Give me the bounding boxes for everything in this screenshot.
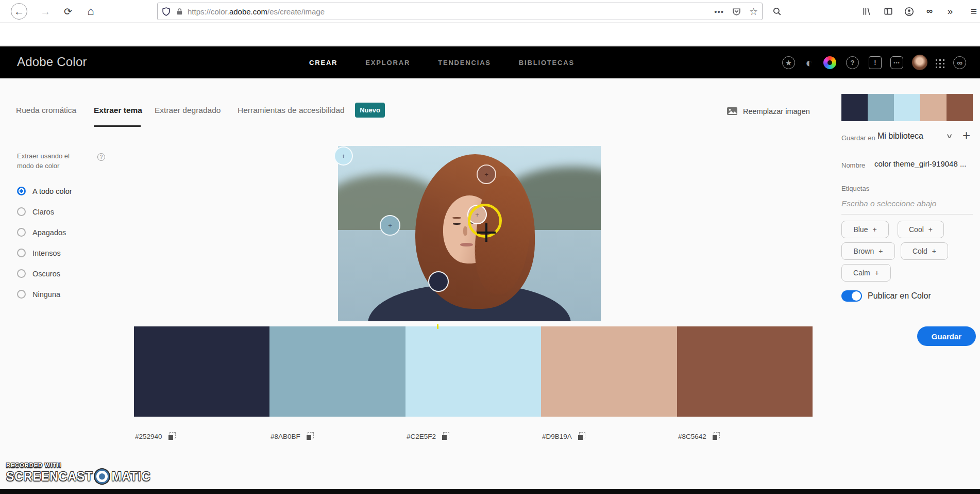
adobe-color-logo[interactable]: Adobe Color	[17, 55, 87, 69]
radio-ninguna[interactable]: Ninguna	[17, 290, 60, 299]
favorites-star-icon[interactable]: ★	[782, 56, 795, 69]
mini-swatch	[868, 94, 894, 121]
tracking-shield-icon[interactable]	[162, 7, 171, 16]
add-library-button[interactable]: +	[962, 127, 970, 143]
tag-chip-cold[interactable]: Cold+	[901, 242, 948, 260]
search-icon[interactable]	[769, 3, 785, 20]
tag-chip-brown[interactable]: Brown+	[841, 242, 895, 260]
color-handle-tan[interactable]: +	[467, 205, 487, 224]
mode-help-icon[interactable]: ?	[97, 153, 105, 161]
tag-chip-calm[interactable]: Calm+	[841, 264, 891, 282]
color-handle-brown[interactable]: +	[477, 164, 496, 184]
radio[interactable]	[17, 290, 26, 299]
hex-value-row: #8C5642	[678, 432, 720, 440]
hex-value-row: #8AB0BF	[271, 432, 314, 440]
nav-tendencias[interactable]: TENDENCIAS	[438, 59, 491, 67]
mini-swatch	[920, 94, 947, 121]
palette-swatch[interactable]	[269, 326, 405, 417]
browser-toolbar: ← → ⟳ ⌂ https://color.adobe.com/es/creat…	[0, 0, 980, 23]
color-handle-lightblue[interactable]: +	[334, 146, 353, 166]
adobe-header: Adobe Color CREAR EXPLORAR TENDENCIAS BI…	[0, 46, 980, 78]
theme-name-field[interactable]: color theme_girl-919048 ...	[874, 159, 966, 168]
publish-label: Publicar en Color	[868, 291, 931, 301]
radio-intensos[interactable]: Intensos	[17, 249, 61, 257]
mini-swatch	[841, 94, 868, 121]
overflow-chevrons-icon[interactable]: »	[942, 3, 958, 20]
account-icon[interactable]	[901, 3, 917, 20]
radio[interactable]	[17, 249, 26, 257]
chat-icon[interactable]: •••	[890, 56, 903, 69]
tab-extraer-degradado[interactable]: Extraer degradado	[155, 106, 221, 115]
sidebar-icon[interactable]	[880, 3, 897, 20]
library-select[interactable]: Mi biblioteca	[877, 131, 923, 141]
plus-icon: +	[875, 269, 879, 277]
mode-title: Extraer usando el modo de color	[17, 151, 94, 171]
palette-swatch[interactable]	[134, 326, 269, 417]
tags-input[interactable]: Escriba o seleccione abajo	[841, 199, 936, 208]
copy-icon[interactable]	[441, 432, 449, 440]
page-actions-icon[interactable]: •••	[714, 7, 724, 16]
menu-icon[interactable]: ≡	[966, 3, 980, 20]
hex-value: #D9B19A	[542, 433, 572, 440]
screencast-logo-icon	[95, 469, 109, 484]
pocket-icon[interactable]	[732, 7, 741, 16]
palette-swatch[interactable]	[677, 326, 813, 417]
tab-extraer-tema[interactable]: Extraer tema	[94, 106, 142, 115]
tab-rueda-cromatica[interactable]: Rueda cromática	[16, 106, 76, 115]
reload-icon[interactable]: ⟳	[60, 3, 76, 20]
feedback-icon[interactable]: !	[869, 56, 882, 69]
nav-explorar[interactable]: EXPLORAR	[365, 59, 410, 67]
new-badge: Nuevo	[355, 103, 385, 118]
bookmark-star-icon[interactable]: ☆	[749, 6, 758, 18]
radio-a-todo-color[interactable]: A todo color	[17, 187, 72, 195]
tab-accesibilidad[interactable]: Herramientas de accesibilidad	[238, 106, 345, 115]
private-mask-icon[interactable]: ∞	[921, 3, 938, 20]
active-tab-underline	[94, 125, 141, 127]
radio-apagados[interactable]: Apagados	[17, 228, 66, 237]
tag-chip-cool[interactable]: Cool+	[898, 221, 944, 238]
avatar[interactable]	[912, 55, 927, 70]
copy-icon[interactable]	[167, 432, 176, 440]
radio[interactable]	[17, 207, 26, 216]
radio[interactable]	[17, 269, 26, 278]
url-bar[interactable]: https://color.adobe.com/es/create/image …	[157, 3, 763, 20]
help-icon[interactable]: ?	[846, 56, 859, 69]
color-wheel-icon[interactable]	[823, 56, 836, 69]
creative-cloud-icon[interactable]: ∞	[953, 56, 966, 69]
library-icon[interactable]	[858, 3, 875, 20]
copy-icon[interactable]	[577, 432, 585, 440]
radio-oscuros[interactable]: Oscuros	[17, 269, 60, 278]
contrast-icon[interactable]: ◐	[803, 56, 816, 69]
radio[interactable]	[17, 228, 26, 237]
publish-toggle[interactable]	[841, 290, 862, 302]
nav-crear[interactable]: CREAR	[309, 59, 337, 67]
hex-value: #C2E5F2	[407, 433, 436, 440]
chevron-down-icon[interactable]: ∨	[946, 132, 953, 140]
home-icon[interactable]: ⌂	[82, 3, 99, 20]
source-image[interactable]	[338, 146, 601, 321]
watermark-brand-right: MATIC	[111, 470, 150, 484]
save-in-label: Guardar en	[841, 134, 875, 142]
copy-icon[interactable]	[306, 432, 314, 440]
tags-divider	[841, 214, 973, 215]
forward-icon[interactable]: →	[37, 3, 54, 20]
extracted-palette	[134, 326, 813, 417]
hex-value-row: #252940	[135, 432, 176, 440]
copy-icon[interactable]	[712, 432, 720, 440]
palette-swatch[interactable]	[405, 326, 541, 417]
url-text: https://color.adobe.com/es/create/image	[188, 7, 325, 16]
radio-selected[interactable]	[17, 187, 26, 195]
back-icon[interactable]: ←	[11, 3, 27, 20]
bottom-recording-bar	[0, 489, 980, 494]
replace-image-button[interactable]: Reemplazar imagen	[726, 107, 810, 116]
watermark-line1: RECORDED WITH	[6, 462, 151, 468]
palette-swatch[interactable]	[541, 326, 677, 417]
color-handle-steelblue[interactable]: +	[380, 215, 400, 236]
color-handle-navy[interactable]	[428, 271, 449, 292]
tag-chip-blue[interactable]: Blue+	[841, 221, 889, 238]
image-icon	[726, 107, 738, 116]
save-button[interactable]: Guardar	[917, 326, 976, 346]
nav-bibliotecas[interactable]: BIBLIOTECAS	[519, 59, 575, 67]
radio-claros[interactable]: Claros	[17, 207, 54, 216]
apps-grid-icon[interactable]	[934, 57, 944, 68]
